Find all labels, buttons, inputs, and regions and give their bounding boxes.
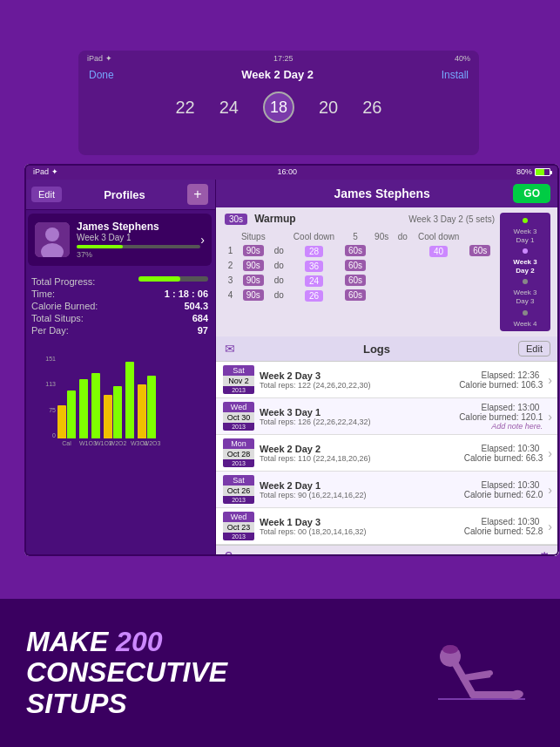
log-right-5: Elapsed: 10:30 Calorie burned: 52.8	[464, 517, 543, 536]
col-do-2: do	[394, 230, 412, 243]
chart-x-w3o1: W3O1	[131, 440, 139, 446]
calorie-value: 504.3	[184, 301, 208, 311]
log-date-4: Sat Oct 26 2013	[223, 475, 254, 504]
exercise-row-2: 2 90s do 36 60s	[225, 258, 495, 273]
row3-sec: 60s	[341, 273, 370, 288]
chart-x-labels: Cal W1O3 W1O2 W2O2 W3O1 W2O3	[57, 440, 201, 446]
schedule-week3-day3[interactable]: Week 3Day 3	[503, 289, 547, 305]
profile-item[interactable]: James Stephens Week 3 Day 1 37% ›	[28, 214, 212, 266]
help-button[interactable]: ?	[225, 549, 233, 556]
log-entry-5[interactable]: Wed Oct 23 2013 Week 1 Day 3 Total reps:…	[216, 508, 559, 545]
bar-w2o2-yellow	[104, 395, 112, 438]
row1-reps: 90s	[236, 243, 271, 258]
log-right-3: Elapsed: 10:30 Calorie burned: 66.3	[464, 444, 543, 463]
schedule-week3-day2[interactable]: Week 3Day 2	[503, 258, 547, 275]
row4-count: 26	[287, 288, 341, 302]
bar-group-w2o3	[138, 376, 156, 438]
log-info-5: Week 1 Day 3 Total reps: 00 (18,20,14,16…	[260, 517, 459, 536]
top-nav-left[interactable]: Done	[89, 69, 114, 81]
bar-group-w3o1	[125, 362, 134, 438]
schedule-dot-1	[523, 218, 528, 223]
log-calories-1: Calorie burned: 106.3	[459, 380, 543, 390]
col-cooldown-1: Cool down	[287, 230, 341, 243]
calorie-row: Calorie Burned: 504.3	[31, 301, 208, 311]
bar-cal-yellow	[57, 405, 66, 438]
col-empty	[225, 230, 236, 243]
cal-day-1[interactable]: 22	[176, 98, 195, 118]
log-date-5: Wed Oct 23 2013	[223, 512, 254, 540]
top-nav-right[interactable]: Install	[442, 69, 469, 81]
log-calories-3: Calorie burned: 66.3	[464, 453, 543, 463]
log-date-2: Wed Oct 30 2013	[223, 402, 254, 431]
main-ipad-mockup: iPad ✦ 16:00 80% Edit Profiles +	[24, 164, 559, 556]
bar-group-w2o2	[104, 386, 122, 438]
log-calories-2: Calorie burned: 120.1	[459, 412, 543, 422]
logs-edit-button[interactable]: Edit	[518, 341, 550, 357]
logs-title: Logs	[235, 343, 518, 356]
workout-exercise-name: Warmup	[254, 213, 296, 225]
schedule-week3-day1[interactable]: Week 3Day 1	[503, 227, 547, 244]
log-info-2: Week 3 Day 1 Total reps: 126 (22,26,22,2…	[260, 407, 454, 426]
chart-x-w2o2: W2O2	[109, 440, 127, 446]
log-arrow-5: ›	[548, 520, 552, 533]
bar-group-cal	[57, 390, 76, 438]
bar-w3o1-green	[125, 362, 134, 438]
log-date-1: Sat Nov 2 2013	[223, 365, 254, 394]
row2-count: 36	[287, 258, 341, 273]
time-value: 1 : 18 : 06	[165, 289, 208, 299]
cal-day-2[interactable]: 24	[219, 98, 239, 118]
log-entries: Sat Nov 2 2013 Week 2 Day 3 Total reps: …	[216, 362, 559, 545]
calorie-label: Calorie Burned:	[31, 301, 98, 311]
settings-button[interactable]: ⚙	[538, 549, 550, 556]
row4-reps: 90s	[236, 288, 271, 302]
top-status-bar: iPad ✦ 17:25 40%	[78, 51, 479, 66]
go-button[interactable]: GO	[513, 184, 550, 203]
stats-area: Total Progress: Time: 1 : 18 : 06 Calori…	[24, 269, 215, 556]
log-arrow-3: ›	[548, 446, 552, 460]
schedule-dot-4	[523, 310, 528, 316]
edit-button[interactable]: Edit	[31, 187, 62, 202]
log-entry-1[interactable]: Sat Nov 2 2013 Week 2 Day 3 Total reps: …	[216, 362, 559, 398]
row1-count2: 40	[412, 243, 466, 258]
row1-do2	[394, 243, 412, 258]
log-arrow-1: ›	[548, 373, 552, 387]
ipad-status-left: iPad ✦	[33, 167, 58, 176]
chart-y-0: 0	[38, 432, 56, 438]
log-entry-2[interactable]: Wed Oct 30 2013 Week 3 Day 1 Total reps:…	[216, 398, 559, 435]
log-week-1: Week 2 Day 3	[260, 370, 454, 381]
svg-point-1	[45, 227, 59, 241]
add-profile-button[interactable]: +	[187, 184, 208, 205]
chart-bars-container	[57, 356, 201, 438]
log-right-2: Elapsed: 13:00 Calorie burned: 120.1 Add…	[459, 403, 543, 431]
col-situps-2: 90s	[370, 230, 394, 243]
row3-reps: 90s	[236, 273, 271, 288]
col-blank-1	[271, 230, 287, 243]
row3-num: 3	[225, 273, 236, 288]
top-status-battery: 40%	[455, 54, 470, 63]
battery-icon	[535, 168, 550, 176]
ipad-content: Edit Profiles + James Stephens Week 3 Da…	[24, 180, 559, 556]
cal-day-3-selected[interactable]: 18	[263, 92, 294, 123]
exercise-row-1: 1 90s do 28 60s 40 60s	[225, 243, 495, 258]
bar-w1o2-green	[91, 373, 100, 438]
log-week-5: Week 1 Day 3	[260, 517, 459, 527]
cal-day-5[interactable]: 26	[362, 98, 381, 118]
row2-num: 2	[225, 258, 236, 273]
bar-w1o3-green	[79, 379, 88, 438]
perday-label: Per Day:	[31, 325, 69, 336]
col-num-5: 5	[341, 230, 370, 243]
row1-sec: 60s	[341, 243, 370, 258]
log-entry-4[interactable]: Sat Oct 26 2013 Week 2 Day 1 Total reps:…	[216, 472, 559, 508]
log-entry-3[interactable]: Mon Oct 28 2013 Week 2 Day 2 Total reps:…	[216, 435, 559, 472]
situp-svg	[429, 616, 534, 721]
situps-row: Total Situps: 684	[31, 313, 208, 323]
total-progress-bar	[138, 276, 208, 282]
battery-indicator: 80%	[516, 167, 550, 176]
bar-cal-green	[67, 390, 76, 438]
log-right-4: Elapsed: 10:30 Calorie burned: 62.0	[464, 480, 543, 499]
schedule-week4[interactable]: Week 4	[503, 320, 547, 329]
cal-day-4[interactable]: 20	[319, 98, 338, 118]
profile-name: James Stephens	[77, 221, 200, 233]
svg-point-10	[442, 645, 458, 654]
left-panel: Edit Profiles + James Stephens Week 3 Da…	[24, 180, 216, 556]
